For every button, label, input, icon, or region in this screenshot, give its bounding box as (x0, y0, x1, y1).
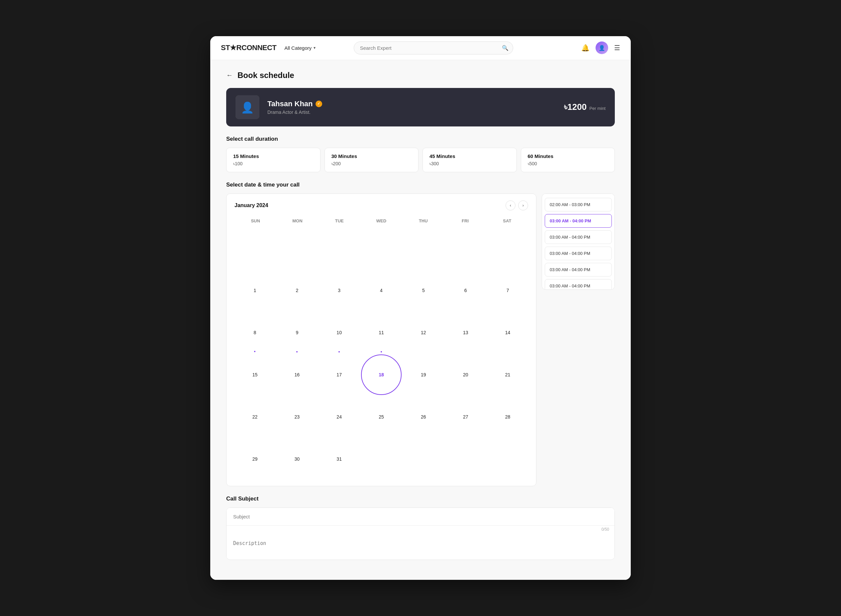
duration-card[interactable]: 45 Minutes ৳300 (422, 148, 517, 172)
expert-photo: 👤 (235, 95, 259, 119)
cal-weekday: TUE (319, 216, 360, 225)
back-button[interactable]: ← (226, 71, 233, 79)
duration-card-price: ৳500 (528, 161, 608, 167)
cal-day[interactable]: 17 (319, 355, 360, 395)
cal-day[interactable]: 1 (234, 270, 275, 311)
cal-day[interactable]: 8 (234, 312, 275, 353)
cal-day[interactable]: 29 (234, 439, 275, 479)
cal-weekday: WED (360, 216, 402, 225)
cal-day[interactable]: 10 (319, 312, 360, 353)
duration-card-label: 30 Minutes (331, 153, 412, 159)
cal-day[interactable]: 14 (487, 312, 528, 353)
cal-day[interactable]: 12 (403, 312, 444, 353)
price-unit: Per mint (590, 106, 606, 111)
cal-day[interactable]: 13 (445, 312, 486, 353)
cal-day (361, 228, 402, 269)
cal-day[interactable]: 3 (319, 270, 360, 311)
category-dropdown[interactable]: All Category ▾ (284, 45, 316, 51)
cal-day (234, 228, 275, 269)
cal-day[interactable]: 22 (234, 396, 275, 437)
cal-days: 1234567891011121314151617181920212223242… (234, 228, 528, 479)
cal-day[interactable]: 19 (403, 355, 444, 395)
expert-role: Drama Actor & Artist. (268, 110, 556, 115)
duration-card-label: 15 Minutes (233, 153, 313, 159)
cal-weekday: SUN (234, 216, 276, 225)
subject-input[interactable] (226, 508, 615, 526)
cal-day[interactable]: 11 (361, 312, 402, 353)
cal-day[interactable]: 5 (403, 270, 444, 311)
price-amount: ৳1200 (564, 102, 587, 112)
cal-day (361, 439, 402, 479)
duration-grid: 15 Minutes ৳100 30 Minutes ৳200 45 Minut… (226, 148, 615, 172)
duration-card[interactable]: 60 Minutes ৳500 (521, 148, 615, 172)
menu-icon[interactable]: ☰ (614, 44, 620, 52)
chevron-down-icon: ▾ (313, 45, 316, 50)
cal-day[interactable]: 21 (487, 355, 528, 395)
cal-day[interactable]: 16 (277, 355, 318, 395)
cal-day[interactable]: 9 (277, 312, 318, 353)
cal-weekdays: SUNMONTUEWEDTHUFRISAT (234, 216, 528, 225)
cal-day[interactable]: 26 (403, 396, 444, 437)
duration-card[interactable]: 30 Minutes ৳200 (325, 148, 419, 172)
notification-icon[interactable]: 🔔 (581, 44, 590, 52)
cal-day[interactable]: 23 (277, 396, 318, 437)
cal-day[interactable]: 25 (361, 396, 402, 437)
cal-day (487, 228, 528, 269)
time-slot[interactable]: 03:00 AM - 04:00 PM (545, 214, 612, 228)
cal-weekday: SAT (486, 216, 528, 225)
duration-title: Select call duration (226, 136, 615, 142)
cal-day[interactable]: 27 (445, 396, 486, 437)
cal-prev-button[interactable]: ‹ (506, 201, 516, 210)
verified-badge: ✓ (316, 101, 322, 107)
time-slot[interactable]: 02:00 AM - 03:00 PM (545, 198, 612, 211)
search-icon: 🔍 (502, 45, 509, 51)
duration-card-price: ৳100 (233, 161, 313, 167)
cal-day[interactable]: 4 (361, 270, 402, 311)
time-slot[interactable]: 03:00 AM - 04:00 PM (545, 246, 612, 260)
call-subject-section: Call Subject 0/50 (226, 496, 615, 560)
cal-day (445, 228, 486, 269)
cal-weekday: FRI (444, 216, 486, 225)
call-subject-title: Call Subject (226, 496, 615, 502)
duration-card-label: 45 Minutes (429, 153, 510, 159)
cal-day[interactable]: 24 (319, 396, 360, 437)
cal-day[interactable]: 20 (445, 355, 486, 395)
char-count: 0/50 (226, 526, 615, 534)
cal-day (487, 439, 528, 479)
cal-day[interactable]: 2 (277, 270, 318, 311)
cal-weekday: MON (276, 216, 318, 225)
cal-day[interactable]: 15 (234, 355, 275, 395)
search-input[interactable] (354, 41, 513, 54)
duration-card[interactable]: 15 Minutes ৳100 (226, 148, 321, 172)
schedule-section: Select date & time your call January 202… (226, 182, 615, 486)
search-bar-container: 🔍 (354, 41, 513, 54)
cal-nav: ‹ › (506, 201, 528, 210)
cal-next-button[interactable]: › (518, 201, 528, 210)
avatar[interactable]: 👤 (595, 41, 608, 54)
schedule-title: Select date & time your call (226, 182, 615, 188)
cal-day[interactable]: 30 (277, 439, 318, 479)
nav-right: 🔔 👤 ☰ (581, 41, 620, 54)
schedule-grid: January 2024 ‹ › SUNMONTUEWEDTHUFRISAT 1… (226, 194, 615, 486)
cal-day[interactable]: 28 (487, 396, 528, 437)
time-slot[interactable]: 03:00 AM - 04:00 PM (545, 263, 612, 276)
cal-day (445, 439, 486, 479)
description-input[interactable] (226, 534, 615, 558)
cal-month: January 2024 (234, 202, 268, 208)
svg-text:👤: 👤 (241, 101, 254, 114)
subject-box: 0/50 (226, 507, 615, 560)
cal-day (277, 228, 318, 269)
logo-star: ST★R (221, 44, 241, 52)
page-title: Book schedule (237, 71, 294, 80)
duration-card-price: ৳200 (331, 161, 412, 167)
time-slot[interactable]: 03:00 AM - 04:00 PM (545, 230, 612, 244)
time-slot[interactable]: 03:00 AM - 04:00 PM (545, 279, 612, 290)
cal-day[interactable]: 7 (487, 270, 528, 311)
logo: ST★RCONNECT (221, 44, 276, 52)
expert-name: Tahsan Khan ✓ (268, 100, 556, 108)
cal-day[interactable]: 6 (445, 270, 486, 311)
cal-day[interactable]: 31 (319, 439, 360, 479)
cal-day[interactable]: 18 (361, 355, 402, 395)
navbar: ST★RCONNECT All Category ▾ 🔍 🔔 👤 ☰ (210, 36, 631, 60)
expert-card: 👤 Tahsan Khan ✓ Drama Actor & Artist. ৳1… (226, 88, 615, 126)
